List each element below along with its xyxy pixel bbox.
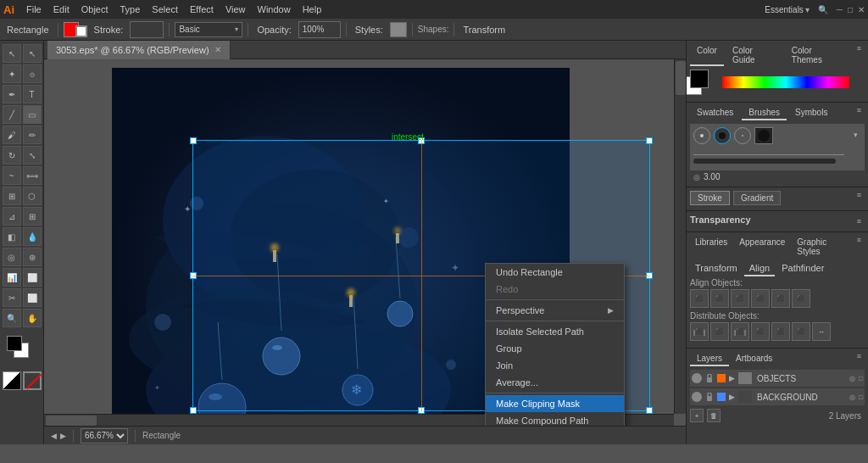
menu-window[interactable]: Window bbox=[253, 3, 296, 16]
scale-tool[interactable]: ⤡ bbox=[23, 146, 42, 165]
artboard-tool[interactable]: ⬜ bbox=[23, 268, 42, 287]
tab-transform[interactable]: Transform bbox=[690, 261, 743, 276]
layer-lock-objects[interactable] bbox=[705, 373, 714, 383]
stroke-panel-collapse[interactable]: ≡ bbox=[854, 191, 865, 205]
minimize-btn[interactable]: ─ bbox=[837, 5, 843, 14]
brush-menu-btn[interactable]: ▾ bbox=[850, 127, 861, 144]
distribute-center-v-btn[interactable]: ⬛ bbox=[771, 322, 790, 341]
scroll-thumb-h[interactable] bbox=[46, 416, 97, 426]
tab-align[interactable]: Align bbox=[744, 261, 775, 276]
direct-selection-tool[interactable]: ↖ bbox=[23, 44, 42, 63]
handle-top-right[interactable] bbox=[646, 137, 653, 144]
layer-delete-btn[interactable]: 🗑 bbox=[707, 409, 721, 422]
magic-wand-tool[interactable]: ✦ bbox=[3, 64, 21, 83]
tab-stroke[interactable]: Stroke bbox=[690, 191, 730, 205]
canvas-background[interactable]: ❄ bbox=[44, 59, 686, 426]
tab-close-btn[interactable]: ✕ bbox=[214, 45, 221, 54]
layers-panel-collapse[interactable]: ≡ bbox=[854, 352, 865, 366]
workspace-dropdown[interactable]: ▾ bbox=[805, 5, 810, 14]
hand-tool[interactable]: ✋ bbox=[23, 309, 42, 327]
free-transform-tool[interactable]: ⊞ bbox=[3, 187, 21, 205]
ctx-undo-rectangle[interactable]: Undo Rectangle bbox=[486, 264, 624, 281]
stroke-color-swatch[interactable] bbox=[75, 25, 87, 37]
menu-edit[interactable]: Edit bbox=[48, 3, 75, 16]
align-bottom-btn[interactable]: ⬛ bbox=[792, 289, 810, 308]
distribute-right-btn[interactable]: |⬛| bbox=[731, 322, 749, 341]
perspective-tool[interactable]: ⊿ bbox=[3, 207, 21, 226]
ctx-make-compound-path[interactable]: Make Compound Path bbox=[486, 412, 624, 426]
pen-tool[interactable]: ✒ bbox=[3, 85, 21, 103]
stroke-value-input[interactable] bbox=[130, 21, 164, 38]
distribute-spacing-btn[interactable]: ↔ bbox=[812, 322, 831, 341]
zoom-tool[interactable]: 🔍 bbox=[3, 309, 21, 327]
close-btn[interactable]: ✕ bbox=[858, 5, 865, 14]
fg-color-swatch[interactable] bbox=[690, 70, 709, 88]
tab-brushes[interactable]: Brushes bbox=[742, 106, 787, 120]
eraser-tool[interactable]: ⬜ bbox=[23, 288, 42, 307]
transparency-panel-collapse[interactable]: ≡ bbox=[854, 217, 865, 226]
brush-sample-4[interactable] bbox=[754, 127, 773, 144]
handle-bottom-left[interactable] bbox=[190, 407, 197, 414]
color-panel-collapse[interactable]: ≡ bbox=[854, 44, 865, 66]
layer-visibility-objects[interactable] bbox=[692, 373, 702, 383]
scroll-thumb-v[interactable] bbox=[676, 61, 686, 95]
paint-brush-tool[interactable]: 🖌 bbox=[3, 126, 21, 144]
ctx-perspective[interactable]: Perspective ▶ bbox=[486, 302, 624, 319]
handle-bottom-right[interactable] bbox=[646, 407, 653, 414]
layer-new-btn[interactable]: + bbox=[690, 409, 704, 422]
eyedropper-tool[interactable]: 💧 bbox=[23, 227, 42, 246]
layer-select-objects[interactable]: □ bbox=[859, 375, 863, 382]
handle-top-left[interactable] bbox=[190, 137, 197, 144]
menu-view[interactable]: View bbox=[220, 3, 251, 16]
menu-help[interactable]: Help bbox=[298, 3, 327, 16]
maximize-btn[interactable]: □ bbox=[848, 5, 853, 14]
layer-lock-background[interactable] bbox=[705, 392, 714, 402]
rect-tool[interactable]: ▭ bbox=[23, 105, 42, 124]
type-tool[interactable]: T bbox=[23, 85, 42, 103]
layer-row-objects[interactable]: ▶ OBJECTS ◎ □ bbox=[690, 370, 865, 387]
tab-swatches[interactable]: Swatches bbox=[690, 106, 740, 120]
tab-color-themes[interactable]: Color Themes bbox=[785, 44, 850, 66]
menu-object[interactable]: Object bbox=[76, 3, 114, 16]
selection-tool[interactable]: ↖ bbox=[3, 44, 21, 63]
ctx-redo[interactable]: Redo bbox=[486, 281, 624, 298]
ctx-make-clipping-mask[interactable]: Make Clipping Mask bbox=[486, 395, 624, 412]
align-center-v-btn[interactable]: ⬛ bbox=[771, 289, 790, 308]
none-color-btn[interactable] bbox=[23, 371, 42, 390]
menu-file[interactable]: File bbox=[21, 3, 47, 16]
align-panel-collapse[interactable]: ≡ bbox=[854, 236, 865, 258]
pencil-tool[interactable]: ✏ bbox=[23, 126, 42, 144]
tab-gradient[interactable]: Gradient bbox=[733, 191, 781, 205]
tab-graphic-styles[interactable]: Graphic Styles bbox=[792, 236, 849, 258]
tab-appearance[interactable]: Appearance bbox=[734, 236, 790, 258]
nav-fwd-btn[interactable]: ▶ bbox=[60, 432, 66, 440]
slice-tool[interactable]: ✂ bbox=[3, 288, 21, 307]
warp-tool[interactable]: ~ bbox=[3, 166, 21, 185]
lasso-tool[interactable]: ⌾ bbox=[23, 64, 42, 83]
blend-tool[interactable]: ◎ bbox=[3, 248, 21, 266]
symbol-tool[interactable]: ⊛ bbox=[23, 248, 42, 266]
gradient-tool[interactable]: ◧ bbox=[3, 227, 21, 246]
menu-type[interactable]: Type bbox=[115, 3, 146, 16]
line-tool[interactable]: ╱ bbox=[3, 105, 21, 124]
tab-artboards[interactable]: Artboards bbox=[729, 352, 779, 366]
distribute-center-h-btn[interactable]: ⬛ bbox=[710, 322, 729, 341]
distribute-bottom-btn[interactable]: ⬛ bbox=[792, 322, 810, 341]
layer-visibility-background[interactable] bbox=[692, 392, 702, 402]
align-right-btn[interactable]: ⬛ bbox=[731, 289, 749, 308]
ctx-average[interactable]: Average... bbox=[486, 374, 624, 391]
layer-expand-objects[interactable]: ▶ bbox=[729, 374, 735, 382]
shape-builder-tool[interactable]: ⬡ bbox=[23, 187, 42, 205]
tab-layers[interactable]: Layers bbox=[690, 352, 729, 366]
layer-row-background[interactable]: ▶ BACKGROUND ◎ □ bbox=[690, 388, 865, 405]
vertical-scrollbar[interactable] bbox=[674, 59, 686, 414]
styles-swatch[interactable] bbox=[390, 22, 407, 37]
align-left-btn[interactable]: ⬛ bbox=[690, 289, 709, 308]
brushes-panel-collapse[interactable]: ≡ bbox=[854, 106, 865, 120]
nav-back-btn[interactable]: ◀ bbox=[51, 432, 57, 440]
fg-color-box[interactable] bbox=[7, 336, 22, 351]
tab-color[interactable]: Color bbox=[690, 44, 724, 66]
width-tool[interactable]: ⟺ bbox=[23, 166, 42, 185]
stroke-style-selector[interactable]: Basic ▾ bbox=[175, 22, 242, 37]
distribute-top-btn[interactable]: ⬛ bbox=[751, 322, 770, 341]
